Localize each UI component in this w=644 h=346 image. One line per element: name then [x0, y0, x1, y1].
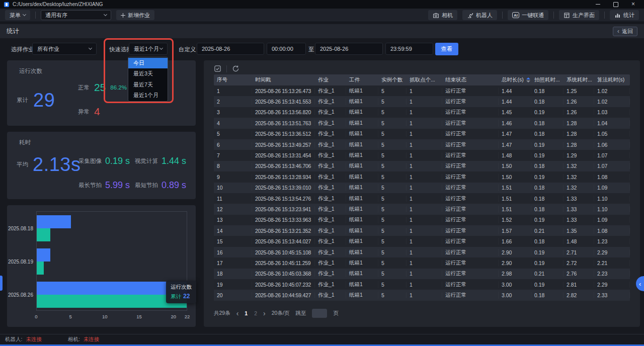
statistics-button[interactable]: 统计	[610, 10, 639, 20]
table-row[interactable]: 202025-08-26 10:44:59.427作业_1纸箱151运行正常3.…	[214, 290, 630, 300]
table-row[interactable]: 172025-08-26 10:45:11.259作业_1纸箱151运行正常2.…	[214, 257, 630, 268]
job-type-select[interactable]: 通用有序	[41, 10, 111, 20]
toolbar-right: 相机机器人AI一键联通生产界面统计	[428, 10, 639, 20]
start-date-input[interactable]	[197, 43, 264, 55]
table-cell: 5	[378, 152, 407, 158]
metric-label: 视觉计算	[135, 157, 158, 165]
button-label: 相机	[442, 12, 453, 19]
sort-icon[interactable]	[526, 77, 530, 82]
table-row[interactable]: 92025-08-26 15:13:28.934作业_1纸箱151运行正常1.5…	[214, 171, 630, 182]
page-number[interactable]: 1	[245, 310, 248, 316]
table-cell: 1.33	[564, 206, 594, 212]
table-cell: 5	[378, 131, 407, 137]
table-cell: 1.09	[594, 185, 630, 191]
page-number[interactable]: 2	[254, 310, 257, 316]
refresh-icon[interactable]	[232, 65, 239, 72]
average-value: 2.13s	[33, 154, 80, 176]
quick-option[interactable]: 最近3天	[128, 68, 168, 79]
table-row[interactable]: 132025-08-26 15:13:33.963作业_1纸箱151运行正常1.…	[214, 215, 630, 225]
menu-button[interactable]: 菜单	[5, 10, 30, 20]
one-key-connect-button[interactable]: AI一键联通	[508, 10, 548, 20]
quick-option[interactable]: 今日	[128, 58, 168, 68]
grid-icon	[564, 12, 570, 19]
checkbox-list-icon[interactable]	[214, 65, 221, 72]
camera-icon	[433, 12, 439, 19]
table-cell: 作业_1	[315, 227, 346, 234]
table-cell: 作业_1	[315, 249, 346, 256]
prev-page-icon[interactable]: ‹	[236, 310, 239, 317]
table-row[interactable]: 142025-08-26 15:13:21.352作业_1纸箱151运行正常1.…	[214, 225, 630, 236]
table-cell: 1	[407, 142, 442, 148]
table-body: 12025-08-26 15:13:26.473作业_1纸箱151运行正常1.4…	[214, 85, 630, 301]
production-view-button[interactable]: 生产界面	[559, 10, 599, 20]
table-cell: 运行正常	[442, 152, 499, 159]
chart-bar-total[interactable]	[37, 215, 71, 228]
chart-bar-normal[interactable]	[37, 295, 187, 308]
robot-button[interactable]: 机器人	[462, 10, 497, 20]
button-label: 机器人	[476, 12, 493, 19]
table-cell: 1.10	[594, 196, 630, 202]
table-row[interactable]: 112025-08-26 15:13:54.276作业_1纸箱151运行正常1.…	[214, 193, 630, 204]
left-panel-handle[interactable]	[0, 276, 3, 291]
table-row[interactable]: 182025-08-26 10:45:03.368作业_1纸箱151运行正常2.…	[214, 269, 630, 279]
duration-card: 耗时 平均 2.13s 采集图像 0.19 s 视觉计算 1.44 s 最长节拍…	[7, 132, 196, 199]
table-cell: 1.48	[564, 238, 594, 244]
table-cell: 1.44	[499, 88, 531, 94]
jump-page-input[interactable]	[312, 309, 327, 318]
chart-bar-total[interactable]	[37, 248, 50, 262]
chart-bar-total[interactable]	[37, 282, 187, 295]
chart-bar-normal[interactable]	[37, 228, 50, 241]
table-cell: 作业_1	[315, 206, 346, 213]
add-job-button[interactable]: 新增作业	[116, 10, 154, 20]
close-icon[interactable]: ×	[630, 2, 636, 7]
x-tick-label: 20	[171, 314, 176, 319]
table-row[interactable]: 102025-08-26 15:13:39.010作业_1纸箱151运行正常1.…	[214, 183, 630, 193]
table-row[interactable]: 62025-08-26 15:13:49.257作业_1纸箱151运行正常1.4…	[214, 139, 630, 150]
status-bar: 机器人: 未连接 相机: 未连接	[0, 334, 644, 344]
table-cell: 5	[378, 99, 407, 105]
button-label: 一键联通	[522, 12, 544, 19]
table-cell: 2025-08-26 15:13:23.941	[252, 206, 315, 212]
start-time-input[interactable]	[267, 43, 306, 55]
chart-bar-normal[interactable]	[37, 262, 44, 275]
table-cell: 1	[407, 217, 442, 223]
table-row[interactable]: 72025-08-26 15:13:31.454作业_1纸箱151运行正常1.4…	[214, 150, 630, 160]
table-cell: 1	[407, 196, 442, 202]
quick-select[interactable]: 最近1个月	[129, 43, 168, 55]
table-cell: 1.51	[499, 206, 531, 212]
camera-button[interactable]: 相机	[428, 10, 457, 20]
table-row[interactable]: 82025-08-26 15:13:46.706作业_1纸箱151运行正常1.5…	[214, 161, 630, 171]
view-button[interactable]: 查看	[435, 43, 458, 55]
table-cell: 2025-08-26 15:13:51.763	[252, 120, 315, 126]
next-page-icon[interactable]: ›	[263, 310, 266, 317]
table-row[interactable]: 122025-08-26 15:13:23.941作业_1纸箱151运行正常1.…	[214, 204, 630, 214]
table-cell: 2025-08-26 15:13:26.473	[252, 88, 315, 94]
table-row[interactable]: 22025-08-26 15:13:41.553作业_1纸箱151运行正常1.4…	[214, 96, 630, 107]
table-row[interactable]: 192025-08-26 10:45:07.232作业_1纸箱151运行正常3.…	[214, 279, 630, 290]
table-row[interactable]: 42025-08-26 15:13:51.763作业_1纸箱151运行正常1.4…	[214, 118, 630, 128]
table-cell: 0.19	[531, 142, 564, 148]
metric-value: 0.89 s	[162, 180, 186, 191]
table-cell: 1.29	[564, 152, 594, 158]
minimize-icon[interactable]	[595, 2, 601, 7]
table-cell: 5	[214, 131, 252, 137]
table-row[interactable]: 162025-08-26 10:45:15.108作业_1纸箱151运行正常2.…	[214, 247, 630, 257]
table-row[interactable]: 152025-08-26 15:13:44.027作业_1纸箱151运行正常1.…	[214, 236, 630, 246]
table-row[interactable]: 32025-08-26 15:13:56.820作业_1纸箱151运行正常1.4…	[214, 107, 630, 118]
end-time-input[interactable]	[385, 43, 433, 55]
table-cell: 4	[214, 120, 252, 126]
table-row[interactable]: 12025-08-26 15:13:26.473作业_1纸箱151运行正常1.4…	[214, 85, 630, 96]
back-button[interactable]: ‹ 返回	[613, 27, 637, 36]
table-row[interactable]: 52025-08-26 15:13:36.512作业_1纸箱151运行正常1.4…	[214, 129, 630, 139]
end-date-input[interactable]	[315, 43, 383, 55]
table-cell: 2.29	[594, 249, 630, 255]
column-header[interactable]: 总时长(s)	[499, 76, 531, 83]
table-cell: 7	[214, 152, 252, 158]
table-cell: 2.81	[564, 282, 594, 288]
quick-option[interactable]: 最近7天	[128, 79, 168, 90]
maximize-icon[interactable]	[613, 2, 618, 7]
job-filter-select[interactable]: 所有作业	[32, 43, 97, 55]
table-cell: 15	[214, 238, 252, 244]
quick-option[interactable]: 最近1个月	[128, 90, 168, 101]
table-cell: 2025-08-26 10:45:11.259	[252, 260, 315, 266]
